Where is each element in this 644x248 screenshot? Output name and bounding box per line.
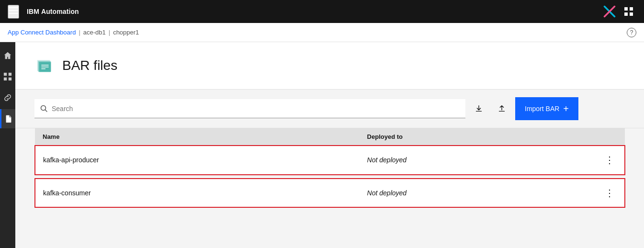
sidebar [0,42,15,248]
svg-rect-1 [9,10,18,11]
sidebar-item-link[interactable] [0,88,15,107]
search-icon [40,105,48,113]
breadcrumb-bar: App Connect Dashboard | ace-db1 | choppe… [0,23,644,42]
row-actions-cell: ⋮ [566,179,625,208]
row-deployed-cell: Not deployed [360,146,566,175]
top-nav: IBM Automation [0,0,644,23]
app-title: IBM Automation [27,8,79,15]
svg-rect-5 [624,7,628,11]
toolbar: Import BAR + [15,90,644,128]
kebab-menu-button[interactable]: ⋮ [602,152,617,168]
col-header-deployed: Deployed to [360,128,566,146]
main-content: BAR files [15,42,644,248]
page-title: BAR files [62,58,117,73]
svg-line-20 [45,110,47,112]
search-input[interactable] [52,105,460,113]
sidebar-item-document[interactable] [0,109,15,128]
col-header-name: Name [35,128,360,146]
top-nav-actions [602,4,636,19]
import-bar-button[interactable]: Import BAR + [515,97,578,120]
sidebar-item-home[interactable] [0,46,15,65]
bar-files-table: Name Deployed to kafka-api-producerNot d… [34,128,625,208]
search-wrapper [34,99,465,118]
import-bar-label: Import BAR [525,105,559,113]
bar-files-icon [34,56,55,76]
upload-button[interactable] [492,99,511,118]
hamburger-menu[interactable] [8,5,19,19]
col-header-actions [566,128,625,146]
breadcrumb-item-1: ace-db1 [83,29,106,36]
row-deployed-cell: Not deployed [360,179,566,208]
row-name-cell: kafka-api-producer [35,146,360,175]
ibm-logo-button[interactable] [602,4,617,19]
svg-rect-0 [9,7,18,8]
row-actions-cell: ⋮ [566,146,625,175]
breadcrumb-dashboard[interactable]: App Connect Dashboard [8,29,76,36]
row-name-cell: kafka-consumer [35,179,360,208]
help-icon-button[interactable]: ? [627,28,636,37]
svg-rect-10 [9,73,11,76]
sidebar-item-grid[interactable] [0,67,15,86]
svg-rect-9 [4,73,7,76]
table-row: kafka-api-producerNot deployed⋮ [35,146,625,175]
table-area: Name Deployed to kafka-api-producerNot d… [15,128,644,208]
breadcrumb-item-2: chopper1 [113,29,139,36]
svg-rect-12 [9,78,11,80]
svg-rect-7 [624,12,628,16]
breadcrumb-sep-2: | [109,29,110,36]
page-header: BAR files [15,42,644,90]
download-button[interactable] [469,99,488,118]
import-bar-plus: + [563,103,569,114]
svg-rect-11 [4,78,7,80]
apps-grid-button[interactable] [621,4,636,19]
table-header-row: Name Deployed to [35,128,625,146]
table-row: kafka-consumerNot deployed⋮ [35,179,625,208]
kebab-menu-button[interactable]: ⋮ [602,185,617,201]
upload-icon [497,104,506,113]
download-icon [475,104,483,113]
svg-rect-8 [630,12,633,16]
svg-rect-2 [9,13,18,14]
main-layout: BAR files [0,42,644,248]
svg-rect-6 [630,7,633,11]
breadcrumb-sep-1: | [79,29,80,36]
